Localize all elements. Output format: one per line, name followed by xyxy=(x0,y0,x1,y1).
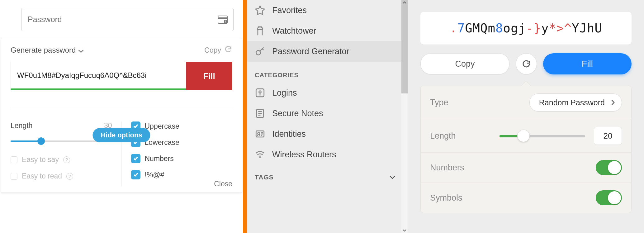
help-icon[interactable]: ? xyxy=(63,156,70,163)
scroll-down-icon[interactable] xyxy=(402,228,407,233)
svg-rect-1 xyxy=(218,17,227,19)
chevron-down-icon xyxy=(390,174,395,181)
star-icon xyxy=(255,5,265,16)
fill-button[interactable]: Fill xyxy=(543,53,632,74)
copy-button[interactable]: Copy xyxy=(204,45,232,55)
lastpass-panel: 1 Generate password Copy WF0u1M8#DyaIqgF… xyxy=(0,0,243,233)
type-row: Type Random Password xyxy=(421,86,631,119)
easy-to-read-option[interactable]: Easy to read ? xyxy=(11,172,112,180)
onepassword-generator-panel: .7GMQm8ogj-}y*>^YJhU Copy Fill Type Rand… xyxy=(408,0,644,233)
scrollbar[interactable] xyxy=(401,0,408,233)
id-icon xyxy=(255,129,265,139)
symbols-label: !%@# xyxy=(145,171,164,179)
sidebar-label: Wireless Routers xyxy=(272,150,336,159)
generator-settings-card: Type Random Password Length 20 Numbers S… xyxy=(420,86,632,213)
tower-icon xyxy=(255,26,265,36)
type-label: Type xyxy=(430,98,448,107)
generate-password-card: Generate password Copy WF0u1M8#DyaIqgFuc… xyxy=(1,38,242,193)
length-slider[interactable] xyxy=(500,130,585,141)
radio-icon xyxy=(11,156,17,163)
svg-point-4 xyxy=(256,50,260,55)
generate-title-toggle[interactable]: Generate password xyxy=(11,46,84,55)
note-icon xyxy=(255,108,265,119)
sidebar-label: Watchtower xyxy=(272,26,316,36)
sidebar-item-identities[interactable]: Identities xyxy=(247,124,408,144)
length-row: Length 20 xyxy=(421,119,631,153)
lowercase-label: Lowercase xyxy=(145,138,179,147)
sidebar-item-secure-notes[interactable]: Secure Notes xyxy=(247,103,408,124)
symbols-toggle[interactable] xyxy=(596,190,622,205)
numbers-checkbox[interactable]: Numbers xyxy=(131,154,233,163)
svg-point-6 xyxy=(259,91,261,93)
length-label: Length xyxy=(11,121,32,130)
radio-icon xyxy=(11,173,17,180)
options-panel: Length 30 Easy to say ? Easy to read ? xyxy=(11,109,232,186)
sidebar-label: Favorites xyxy=(272,6,307,15)
chevron-right-icon xyxy=(611,98,615,107)
generate-header: Generate password Copy xyxy=(1,38,242,62)
wifi-icon xyxy=(255,149,265,160)
symbols-checkbox[interactable]: !%@# xyxy=(131,170,233,179)
copy-label: Copy xyxy=(204,46,221,55)
onepassword-sidebar: Favorites Watchtower Password Generator … xyxy=(247,0,408,233)
close-button[interactable]: Close xyxy=(214,180,232,188)
numbers-row: Numbers xyxy=(421,153,631,183)
easy-to-say-option[interactable]: Easy to say ? xyxy=(11,155,112,164)
tags-section-toggle[interactable]: TAGS xyxy=(247,165,408,185)
numbers-label: Numbers xyxy=(145,155,174,163)
type-value: Random Password xyxy=(539,98,605,107)
help-icon[interactable]: ? xyxy=(66,173,73,180)
password-input-wrap: 1 xyxy=(21,8,234,31)
symbols-label: Symbols xyxy=(430,193,462,203)
copy-button[interactable]: Copy xyxy=(420,53,509,74)
key-icon xyxy=(255,46,265,57)
fill-button[interactable]: Fill xyxy=(186,62,232,90)
generate-title: Generate password xyxy=(11,46,76,55)
key-box-icon xyxy=(255,88,265,98)
scrollbar-thumb[interactable] xyxy=(401,0,408,93)
categories-header: CATEGORIES xyxy=(247,62,408,83)
sidebar-item-watchtower[interactable]: Watchtower xyxy=(247,21,408,41)
sidebar-item-password-generator[interactable]: Password Generator xyxy=(247,41,408,62)
refresh-icon[interactable] xyxy=(224,45,232,55)
tags-label: TAGS xyxy=(255,174,274,181)
sidebar-label: Identities xyxy=(272,129,306,139)
checkbox-icon xyxy=(131,154,140,163)
hide-options-button[interactable]: Hide options xyxy=(92,128,150,142)
sidebar-label: Password Generator xyxy=(272,47,349,56)
numbers-label: Numbers xyxy=(430,163,464,173)
chevron-down-icon xyxy=(78,46,84,55)
refresh-icon xyxy=(522,59,531,69)
generated-password-display[interactable]: .7GMQm8ogj-}y*>^YJhU xyxy=(420,12,632,45)
password-field[interactable] xyxy=(27,15,218,24)
symbols-row: Symbols xyxy=(421,183,631,213)
panel-divider xyxy=(243,0,247,233)
generated-password-row: WF0u1M8#DyaIqgFucuq6A0Q^&Bc63i Fill xyxy=(11,62,232,90)
sidebar-label: Logins xyxy=(272,88,297,98)
length-label: Length xyxy=(430,131,456,141)
sidebar-item-wireless-routers[interactable]: Wireless Routers xyxy=(247,144,408,165)
uppercase-label: Uppercase xyxy=(145,122,179,131)
easy-read-label: Easy to read xyxy=(22,172,62,180)
easy-say-label: Easy to say xyxy=(22,155,59,164)
length-value-input[interactable]: 20 xyxy=(594,127,622,145)
sidebar-item-favorites[interactable]: Favorites xyxy=(247,0,408,21)
svg-text:1: 1 xyxy=(225,20,226,23)
refresh-button[interactable] xyxy=(516,53,537,74)
type-selector[interactable]: Random Password xyxy=(529,93,622,112)
scroll-up-icon[interactable] xyxy=(402,0,407,5)
autofill-icon[interactable]: 1 xyxy=(218,16,228,24)
action-row: Copy Fill xyxy=(420,53,632,74)
sidebar-label: Secure Notes xyxy=(272,109,323,118)
svg-point-10 xyxy=(259,157,261,158)
generated-password-output[interactable]: WF0u1M8#DyaIqgFucuq6A0Q^&Bc63i xyxy=(11,62,186,90)
sidebar-item-logins[interactable]: Logins xyxy=(247,83,408,103)
numbers-toggle[interactable] xyxy=(596,160,622,175)
checkbox-icon xyxy=(131,170,140,179)
